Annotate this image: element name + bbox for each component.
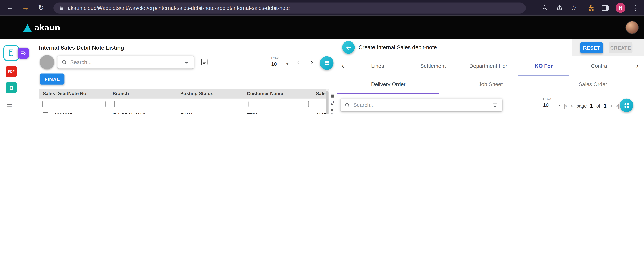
rows-per-page: Rows 10 ▾ xyxy=(271,56,294,68)
listing-panel: Internal Sales Debit Note Listing + Rows… xyxy=(24,39,337,114)
back-button[interactable] xyxy=(342,41,355,54)
rows-select[interactable]: 10 ▾ xyxy=(271,61,288,68)
table-row[interactable]: 1000025 IDA BRANCH 2 FINAL TT22 CLIENT xyxy=(39,110,329,114)
pdf-icon: PDF xyxy=(8,70,14,74)
listing-search-box xyxy=(58,56,194,69)
first-page-icon[interactable]: |< xyxy=(564,103,567,108)
browser-profile-avatar[interactable]: N xyxy=(616,3,626,13)
subtab-delivery-order[interactable]: Delivery Order xyxy=(337,76,440,94)
applet-drawer-toggle[interactable] xyxy=(18,48,29,59)
tabs-row: Lines Settlement Department Hdr KO For C… xyxy=(350,56,627,76)
next-page-icon[interactable]: › xyxy=(310,58,313,66)
plus-icon: + xyxy=(44,56,50,68)
columns-icon xyxy=(330,94,335,98)
rows-value: 10 xyxy=(271,61,277,67)
tab-settlement[interactable]: Settlement xyxy=(405,56,461,76)
prev-page-icon[interactable]: < xyxy=(570,103,573,108)
next-page-icon[interactable]: > xyxy=(610,103,612,108)
browser-back-icon[interactable]: ← xyxy=(5,3,15,13)
add-button[interactable]: + xyxy=(40,55,54,70)
create-button[interactable]: CREATE xyxy=(609,42,632,53)
search-icon xyxy=(344,102,350,108)
side-panel-icon[interactable] xyxy=(601,4,609,12)
url-text: akaun.cloud/#/applets/tnt/wavelet/erp/in… xyxy=(68,5,290,11)
listing-search-input[interactable] xyxy=(70,59,183,65)
grid-view-button[interactable] xyxy=(620,98,633,112)
rail-item-list[interactable]: ☰ xyxy=(7,103,12,110)
subtab-sales-order[interactable]: Sales Order xyxy=(542,76,644,94)
filter-customer-input[interactable] xyxy=(248,101,309,107)
row-checkbox[interactable] xyxy=(43,112,48,114)
page-word: page xyxy=(576,103,587,108)
extensions-puzzle-icon[interactable] xyxy=(587,4,594,12)
receipt-icon xyxy=(7,49,15,57)
browser-forward-icon[interactable]: → xyxy=(20,3,30,13)
tab-contra[interactable]: Contra xyxy=(572,56,627,76)
tabs-scroll-right-icon[interactable]: › xyxy=(636,62,638,70)
cell-posting-status: FINAL xyxy=(179,110,245,114)
table-filter-row xyxy=(39,98,329,110)
grid-icon xyxy=(323,60,330,66)
cell-customer: TT22 xyxy=(245,110,314,114)
tabs-scroll-left-icon[interactable]: ‹ xyxy=(342,62,344,70)
reset-button[interactable]: RESET xyxy=(580,42,603,53)
filter-list-icon[interactable] xyxy=(492,102,498,108)
columns-side-tab[interactable]: Columns xyxy=(330,94,335,114)
rows-select[interactable]: 10 ▾ xyxy=(543,102,560,109)
listing-title: Internal Sales Debit Note Listing xyxy=(39,45,124,51)
col-header-posting-status[interactable]: Posting Status xyxy=(179,89,245,98)
browser-reload-icon[interactable]: ↻ xyxy=(36,3,46,13)
debit-note-table: Sales DebitNote No Branch Posting Status… xyxy=(39,89,329,114)
caret-down-icon: ▾ xyxy=(558,103,560,107)
detail-tabs-bar: ‹ Lines Settlement Department Hdr KO For… xyxy=(337,56,644,76)
caret-down-icon: ▾ xyxy=(286,62,288,66)
grid-view-button[interactable] xyxy=(320,56,334,70)
filter-list-icon[interactable] xyxy=(183,59,190,66)
tab-department-hdr[interactable]: Department Hdr xyxy=(461,56,516,76)
table-header-row: Sales DebitNote No Branch Posting Status… xyxy=(39,89,329,98)
browser-menu-icon[interactable]: ⋮ xyxy=(632,4,639,12)
columns-side-tab-label: Columns xyxy=(330,100,335,114)
rows-label: Rows xyxy=(543,97,566,101)
ko-for-subtabs: Delivery Order Job Sheet Sales Order xyxy=(337,76,644,94)
scrollbar-thumb[interactable] xyxy=(326,91,329,114)
cell-branch: IDA BRANCH 2 xyxy=(111,110,179,114)
doc-search-input[interactable] xyxy=(353,102,492,108)
tab-ko-for[interactable]: KO For xyxy=(516,56,572,76)
last-page-icon[interactable]: >| xyxy=(616,103,619,108)
current-page: 1 xyxy=(590,103,593,109)
rail-item-debit-note-applet[interactable] xyxy=(3,45,19,61)
doc-search-box xyxy=(340,98,502,111)
rail-item-bigledger[interactable]: B xyxy=(6,82,17,93)
final-filter-button[interactable]: FINAL xyxy=(40,74,64,84)
layout-toggle-icon[interactable] xyxy=(200,58,209,66)
akaun-logo-triangle-icon xyxy=(24,24,32,31)
lock-icon xyxy=(59,5,64,10)
doc-pagination: |< < page 1 of 1 > >| xyxy=(564,103,619,109)
listing-vertical-scrollbar[interactable] xyxy=(326,89,329,114)
bigledger-icon: B xyxy=(9,84,13,91)
rows-label: Rows xyxy=(271,56,294,60)
col-header-note-no[interactable]: Sales DebitNote No xyxy=(39,89,111,98)
col-header-customer[interactable]: Customer Name xyxy=(245,89,314,98)
rows-value: 10 xyxy=(543,102,549,108)
create-panel: Create Internal Sales debit-note RESET C… xyxy=(337,39,644,114)
filter-branch-input[interactable] xyxy=(114,101,174,107)
browser-chrome: ← → ↻ akaun.cloud/#/applets/tnt/wavelet/… xyxy=(0,0,644,16)
rail-item-pdf[interactable]: PDF xyxy=(6,66,17,77)
akaun-logo: akaun xyxy=(24,22,60,32)
tab-lines[interactable]: Lines xyxy=(350,56,405,76)
user-avatar[interactable] xyxy=(626,21,638,34)
col-header-branch[interactable]: Branch xyxy=(111,89,179,98)
share-icon[interactable] xyxy=(556,4,563,12)
address-bar[interactable]: akaun.cloud/#/applets/tnt/wavelet/erp/in… xyxy=(54,2,526,13)
bookmark-star-icon[interactable]: ☆ xyxy=(570,4,577,12)
app-rail: PDF B ☰ xyxy=(0,39,24,114)
arrow-left-icon xyxy=(345,44,352,51)
search-icon[interactable] xyxy=(541,4,548,12)
chrome-toolbar-right: ☆ N ⋮ xyxy=(541,3,639,13)
prev-page-icon[interactable]: ‹ xyxy=(297,58,300,66)
search-icon xyxy=(62,59,67,65)
filter-note-no-input[interactable] xyxy=(42,101,106,107)
subtab-job-sheet[interactable]: Job Sheet xyxy=(440,76,542,94)
